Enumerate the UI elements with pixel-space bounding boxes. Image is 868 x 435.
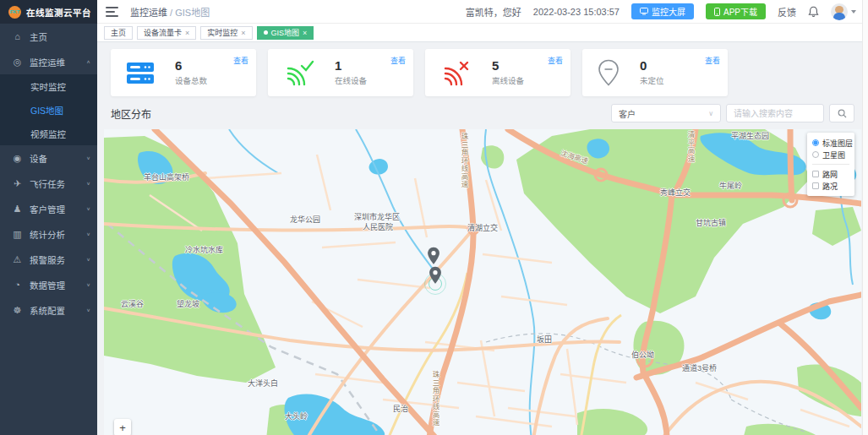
page-scrollbar[interactable] bbox=[862, 0, 868, 435]
sidebar-item-label: 监控运维 bbox=[30, 56, 65, 68]
checkbox-icon bbox=[812, 171, 819, 177]
stat-label: 设备总数 bbox=[175, 74, 207, 86]
breadcrumb-page: GIS地图 bbox=[175, 8, 210, 18]
chevron-down-icon: ∨ bbox=[86, 257, 90, 262]
monitor-ops-icon: ◎ bbox=[12, 57, 23, 68]
sidebar-item-video-monitor[interactable]: 视频监控 bbox=[0, 122, 97, 145]
server-icon bbox=[126, 62, 155, 84]
active-dot bbox=[264, 30, 268, 35]
stat-value: 1 bbox=[335, 59, 367, 73]
sidebar-item-data-management[interactable]: ◔ 数据管理 ∨ bbox=[0, 272, 97, 297]
phone-icon bbox=[714, 8, 720, 16]
stat-label: 在线设备 bbox=[335, 74, 367, 86]
stat-card-total-devices: 查看 6 设备总数 bbox=[111, 49, 256, 96]
layer-option-satellite[interactable]: 卫星图 bbox=[812, 149, 849, 160]
sidebar-item-gis-map[interactable]: GIS地图 bbox=[0, 98, 97, 122]
sidebar-item-realtime-monitor[interactable]: 实时监控 bbox=[0, 74, 97, 98]
map-canvas bbox=[104, 129, 861, 435]
stat-value: 0 bbox=[640, 59, 664, 73]
tabs-bar: 主页 设备流量卡× 实时监控× GIS地图× bbox=[97, 24, 868, 42]
zoom-in-button[interactable]: + bbox=[114, 419, 131, 435]
sidebar-item-label: 报警服务 bbox=[30, 253, 65, 266]
sidebar-item-customers[interactable]: ♟ 客户管理 ∨ bbox=[0, 196, 97, 221]
radio-icon bbox=[812, 139, 819, 146]
user-menu[interactable] bbox=[831, 3, 856, 20]
sidebar-submenu: 实时监控 GIS地图 视频监控 bbox=[0, 74, 97, 145]
view-link[interactable]: 查看 bbox=[548, 55, 563, 66]
close-icon[interactable]: × bbox=[185, 29, 189, 37]
sidebar-item-alarm-service[interactable]: ⚠ 报警服务 ∨ bbox=[0, 247, 97, 272]
divider bbox=[812, 164, 849, 165]
stat-label: 未定位 bbox=[640, 74, 664, 86]
hamburger-icon[interactable] bbox=[106, 7, 118, 17]
chevron-down-icon: ∨ bbox=[86, 155, 90, 160]
region-row: 地区分布 客户 ∨ bbox=[111, 102, 854, 124]
sidebar-item-label: 主页 bbox=[30, 30, 47, 43]
avatar bbox=[831, 3, 848, 20]
sidebar-item-home[interactable]: ⌂ 主页 bbox=[0, 24, 97, 49]
radio-icon bbox=[812, 151, 819, 158]
device-marker[interactable] bbox=[429, 266, 442, 285]
sidebar-item-devices[interactable]: ◉ 设备 ∨ bbox=[0, 145, 97, 171]
tab-realtime-monitor[interactable]: 实时监控× bbox=[200, 26, 252, 40]
sidebar-item-flight-tasks[interactable]: ✈ 飞行任务 ∨ bbox=[0, 171, 97, 196]
stat-card-unlocated: 查看 0 未定位 bbox=[582, 49, 728, 96]
view-link[interactable]: 查看 bbox=[705, 55, 720, 66]
close-icon[interactable]: × bbox=[303, 29, 307, 37]
chevron-down-icon: ∨ bbox=[86, 231, 90, 237]
app-title: 在线监测云平台 bbox=[26, 6, 91, 19]
breadcrumb-section[interactable]: 监控运维 bbox=[130, 8, 167, 18]
chevron-down-icon: ∨ bbox=[86, 282, 90, 287]
view-link[interactable]: 查看 bbox=[390, 55, 406, 66]
sidebar-item-label: 飞行任务 bbox=[30, 177, 65, 190]
breadcrumb: 监控运维 / GIS地图 bbox=[130, 5, 210, 19]
search-input[interactable] bbox=[726, 104, 824, 122]
datetime-display: 2022-03-23 15:03:57 bbox=[533, 7, 620, 17]
search-button[interactable] bbox=[829, 104, 854, 122]
sidebar: FKT 在线监测云平台 ⌂ 主页 ◎ 监控运维 ∧ 实时监控 GIS地图 视频监… bbox=[0, 0, 97, 435]
top-header: 监控运维 / GIS地图 富凯特，您好 2022-03-23 15:03:57 … bbox=[97, 0, 868, 24]
pin-unlocated-icon bbox=[598, 59, 620, 86]
tab-device-sim-cards[interactable]: 设备流量卡× bbox=[137, 26, 196, 40]
sidebar-item-monitor-ops[interactable]: ◎ 监控运维 ∧ bbox=[0, 49, 97, 74]
sidebar-item-statistics[interactable]: ▥ 统计分析 ∨ bbox=[0, 221, 97, 247]
main-area: 监控运维 / GIS地图 富凯特，您好 2022-03-23 15:03:57 … bbox=[97, 0, 868, 435]
feedback-link[interactable]: 反馈 bbox=[778, 5, 796, 19]
tab-home[interactable]: 主页 bbox=[104, 26, 133, 40]
tab-gis-map[interactable]: GIS地图× bbox=[257, 26, 314, 40]
stat-card-online-devices: 查看 1 在线设备 bbox=[268, 49, 413, 96]
bell-icon[interactable] bbox=[808, 6, 819, 18]
breadcrumb-separator: / bbox=[170, 8, 172, 18]
layer-option-traffic[interactable]: 路况 bbox=[812, 180, 849, 192]
chevron-down-icon: ∨ bbox=[86, 307, 90, 313]
layer-option-road-network[interactable]: 路网 bbox=[812, 168, 849, 180]
sidebar-item-system-config[interactable]: ☸ 系统配置 ∨ bbox=[0, 297, 97, 323]
sidebar-item-label: 客户管理 bbox=[30, 203, 65, 215]
customer-filter-select[interactable]: 客户 ∨ bbox=[611, 104, 721, 122]
gis-map[interactable]: 羊台山高架桥冷水坑水库云溪谷望龙坡龙华公园深圳市龙华区人民医院清湖立交平湖生态园… bbox=[104, 129, 861, 435]
gear-icon: ☸ bbox=[12, 305, 23, 316]
stat-value: 6 bbox=[175, 59, 207, 73]
page-content: 查看 6 设备总数 查看 1 在线设备 查看 bbox=[97, 42, 868, 435]
app-logo: FKT bbox=[8, 6, 21, 19]
clock-icon: ◔ bbox=[12, 280, 23, 290]
chart-icon: ▥ bbox=[12, 229, 23, 240]
flight-task-icon: ✈ bbox=[12, 178, 23, 189]
chevron-down-icon: ∨ bbox=[86, 206, 90, 211]
stat-value: 5 bbox=[492, 59, 524, 73]
stat-cards-row: 查看 6 设备总数 查看 1 在线设备 查看 bbox=[111, 49, 854, 96]
chevron-down-icon: ∨ bbox=[86, 181, 90, 186]
signal-offline-icon bbox=[440, 60, 472, 86]
big-screen-button[interactable]: 监控大屏 bbox=[631, 3, 694, 19]
caret-down-icon bbox=[851, 10, 856, 14]
home-icon: ⌂ bbox=[12, 31, 23, 41]
device-marker[interactable] bbox=[427, 247, 440, 265]
app-download-button[interactable]: APP下载 bbox=[706, 3, 766, 19]
view-link[interactable]: 查看 bbox=[233, 55, 248, 66]
stat-card-offline-devices: 查看 5 离线设备 bbox=[425, 49, 570, 96]
checkbox-icon bbox=[812, 182, 819, 189]
map-layer-panel: 标准图层 卫星图 路网 路况 bbox=[807, 133, 854, 196]
layer-option-standard[interactable]: 标准图层 bbox=[812, 137, 849, 149]
magnifier-icon bbox=[838, 109, 847, 118]
close-icon[interactable]: × bbox=[241, 29, 245, 37]
